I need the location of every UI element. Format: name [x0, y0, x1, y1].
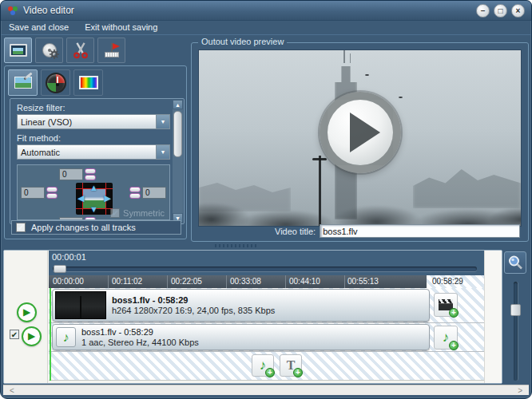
magnifier-icon: [507, 255, 523, 271]
apply-all-row: ✔ Apply changes to all tracks: [11, 220, 181, 235]
track-gutter: ▶ ✔ ▶: [4, 251, 48, 383]
minimize-button[interactable]: –: [476, 4, 490, 18]
add-text-track-button[interactable]: T +: [280, 354, 302, 377]
audio-track-checkbox[interactable]: ✔: [10, 330, 19, 339]
expand-up-icon: ▲: [89, 184, 98, 192]
fit-method-select[interactable]: Automatic ▼: [17, 144, 170, 160]
zoom-timeline-button[interactable]: [504, 251, 526, 274]
time-ruler[interactable]: 00:00:00 00:11:02 00:22:05 00:33:08 00:4…: [49, 275, 485, 288]
play-audio-track-button[interactable]: ▶: [22, 326, 42, 346]
menu-bar: Save and close Exit without saving: [1, 22, 531, 35]
chevron-down-icon[interactable]: ▼: [156, 115, 169, 128]
position-slider[interactable]: [53, 267, 477, 271]
edit-tabs-toolbar: [8, 69, 103, 96]
tab-color[interactable]: [73, 69, 103, 96]
symmetric-checkbox[interactable]: ✔: [110, 208, 120, 218]
window-controls: – □ ×: [476, 4, 525, 18]
main-toolbar: [4, 38, 125, 63]
app-icon: [7, 5, 18, 16]
expand-right-icon: ▶: [105, 194, 111, 203]
output-settings-button[interactable]: [4, 38, 32, 63]
flag-timeline-icon: [104, 42, 120, 58]
video-clip-details: h264 1280x720 16:9, 24,00 fps, 835 Kbps: [112, 306, 275, 316]
burn-disc-button[interactable]: [35, 38, 63, 63]
chevron-down-icon[interactable]: ▼: [156, 145, 169, 159]
tracks-scrollbar[interactable]: [484, 251, 502, 383]
add-audio-track-button[interactable]: ♪ +: [252, 354, 274, 377]
image-edit-icon: [14, 77, 32, 89]
spin-down-button[interactable]: [129, 193, 141, 199]
timeline-side-panel: [503, 250, 529, 384]
spin-up-button[interactable]: [129, 187, 141, 192]
scroll-up-button[interactable]: ▲: [173, 100, 183, 109]
position-slider-thumb[interactable]: [54, 265, 66, 273]
scroll-left-arrow[interactable]: <: [10, 386, 14, 395]
horizontal-scrollbar[interactable]: < >: [3, 385, 529, 395]
title-bar: Video editor – □ ×: [1, 1, 531, 21]
resize-settings-group: Resize filter: Linear (VSO) ▼ Fit method…: [10, 98, 185, 224]
cut-button[interactable]: [66, 38, 94, 63]
ruler-label: 00:44:10: [289, 277, 320, 286]
playhead-cursor[interactable]: [50, 288, 51, 381]
lamp-post: [319, 156, 321, 226]
menu-exit-without-saving[interactable]: Exit without saving: [85, 22, 157, 34]
ruler-label: 00:22:05: [171, 277, 202, 286]
close-button[interactable]: ×: [511, 4, 525, 18]
crop-right-field[interactable]: 0: [142, 187, 166, 199]
resize-filter-value: Linear (VSO): [18, 117, 156, 127]
video-preview: [198, 49, 522, 227]
add-video-button[interactable]: +: [434, 293, 458, 317]
apply-all-checkbox[interactable]: ✔: [16, 223, 26, 232]
crop-preview-image: ▲ ▼ ◀ ▶: [76, 183, 113, 215]
crop-top-row: 0: [59, 168, 96, 180]
ruler-label: 00:11:02: [112, 277, 142, 286]
ruler-end-label: 00:58:29: [432, 277, 463, 286]
plus-icon: +: [293, 368, 303, 377]
preview-group-label: Outout video preview: [198, 37, 287, 46]
crop-right-row: 0: [128, 187, 166, 199]
zoom-slider-thumb[interactable]: [510, 304, 521, 316]
maximize-button[interactable]: □: [494, 4, 507, 18]
add-audio-button[interactable]: ♪ +: [434, 326, 458, 350]
spin-up-button[interactable]: [46, 187, 58, 192]
preview-panel: Outout video preview Video title:: [191, 42, 529, 242]
play-video-track-button[interactable]: ▶: [17, 302, 37, 322]
marker-button[interactable]: [97, 38, 125, 63]
fit-method-value: Automatic: [18, 148, 156, 157]
crop-left-field[interactable]: 0: [21, 187, 45, 199]
video-title-row: Video title:: [198, 224, 520, 238]
spin-down-button[interactable]: [46, 193, 58, 199]
symmetric-label: Symmetric: [123, 208, 165, 218]
tab-resize-crop[interactable]: [8, 69, 38, 96]
crop-left-row: 0: [21, 187, 58, 199]
position-slider-row: 00:00:01: [49, 251, 485, 275]
symmetric-option: ✔ Symmetric: [110, 208, 165, 218]
video-track-clip[interactable]: boss1.flv - 0:58:29 h264 1280x720 16:9, …: [52, 289, 430, 322]
spin-down-button[interactable]: [85, 175, 96, 180]
play-overlay-button[interactable]: [320, 92, 401, 173]
video-clip-title: boss1.flv - 0:58:29: [112, 295, 275, 306]
bird: [365, 74, 369, 76]
spin-up-button[interactable]: [85, 168, 96, 174]
ruler-label: 00:33:08: [230, 277, 261, 286]
video-title-input[interactable]: [320, 224, 520, 238]
expand-left-icon: ◀: [77, 194, 84, 203]
resize-filter-select[interactable]: Linear (VSO) ▼: [17, 114, 170, 129]
audio-track-clip[interactable]: ♪ boss1.flv - 0:58:29 1 aac, Stereo Hz, …: [52, 324, 430, 350]
audio-clip-details: 1 aac, Stereo Hz, 44100 Kbps: [81, 338, 199, 348]
plus-icon: +: [449, 308, 459, 318]
color-spectrum-icon: [79, 76, 98, 89]
tab-speed[interactable]: [41, 69, 70, 96]
gauge-icon: [46, 73, 66, 93]
settings-panel: Resize filter: Linear (VSO) ▼ Fit method…: [4, 65, 187, 239]
scroll-right-arrow[interactable]: >: [518, 386, 522, 395]
menu-save-and-close[interactable]: Save and close: [9, 22, 69, 34]
scrollbar-thumb[interactable]: [173, 111, 182, 157]
settings-scrollbar[interactable]: ▲ ▼: [173, 100, 183, 223]
crop-top-field[interactable]: 0: [59, 168, 83, 180]
timeline-zoom-slider[interactable]: [514, 282, 518, 381]
bird: [399, 97, 403, 98]
disc-gear-icon: [42, 43, 57, 57]
splitter-handle[interactable]: [215, 244, 258, 247]
current-position: 00:00:01: [49, 251, 485, 262]
